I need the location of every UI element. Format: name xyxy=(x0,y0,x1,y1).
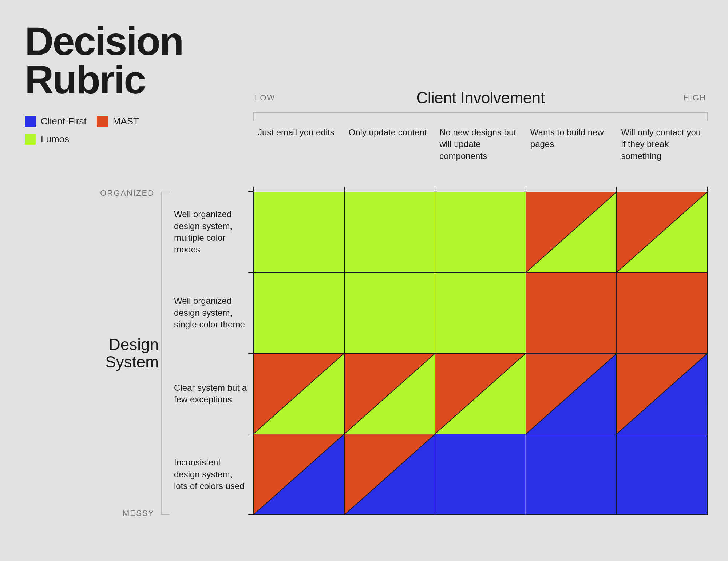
rubric-grid xyxy=(253,192,708,515)
x-axis-column-labels: Just email you edits Only update content… xyxy=(253,124,708,162)
y-row-0: Well organized design system, multiple c… xyxy=(174,192,250,272)
grid-cell xyxy=(253,272,344,353)
y-axis-bracket xyxy=(161,192,170,515)
axis-tick xyxy=(435,187,435,192)
y-axis: Design System xyxy=(93,192,159,515)
axis-tick xyxy=(248,191,253,192)
axis-tick xyxy=(616,187,617,192)
y-axis-title-line-1: Design xyxy=(109,335,159,353)
y-axis-title: Design System xyxy=(93,336,159,371)
title-line-2: Rubric xyxy=(25,57,145,102)
x-axis-header: LOW Client Involvement HIGH xyxy=(253,89,708,112)
grid-cell xyxy=(435,192,526,272)
svg-rect-12 xyxy=(526,273,617,353)
svg-rect-11 xyxy=(435,273,526,353)
grid-cell xyxy=(526,192,617,272)
legend-label-mast: MAST xyxy=(113,116,139,127)
legend: Client-First MAST Lumos xyxy=(25,116,163,145)
y-row-1: Well organized design system, single col… xyxy=(174,272,250,353)
svg-rect-9 xyxy=(254,273,344,353)
y-row-2: Clear system but a few exceptions xyxy=(174,353,250,434)
grid-cell xyxy=(617,272,708,353)
page-title: Decision Rubric xyxy=(25,22,183,99)
legend-item-lumos: Lumos xyxy=(25,134,163,145)
svg-rect-2 xyxy=(435,192,526,272)
axis-tick xyxy=(248,353,253,354)
swatch-client-first xyxy=(25,116,36,127)
grid-cell xyxy=(344,192,435,272)
legend-item-mast: MAST xyxy=(97,116,139,127)
x-col-3: Wants to build new pages xyxy=(526,124,617,162)
svg-rect-0 xyxy=(254,192,344,272)
grid-cell xyxy=(253,192,344,272)
swatch-lumos xyxy=(25,134,36,145)
swatch-mast xyxy=(97,116,108,127)
svg-rect-35 xyxy=(435,434,526,514)
x-axis-low-label: LOW xyxy=(255,93,288,103)
grid-cell xyxy=(435,353,526,434)
y-axis-row-labels: Well organized design system, multiple c… xyxy=(174,192,250,515)
x-axis-title: Client Involvement xyxy=(288,89,673,107)
axis-tick xyxy=(248,272,253,273)
axis-tick xyxy=(526,187,526,192)
x-col-1: Only update content xyxy=(344,124,435,162)
title-line-1: Decision xyxy=(25,19,183,63)
grid-cell xyxy=(253,353,344,434)
legend-item-client-first: Client-First xyxy=(25,116,87,127)
svg-rect-13 xyxy=(617,273,707,353)
axis-tick xyxy=(248,434,253,434)
svg-rect-10 xyxy=(345,273,435,353)
grid-cell xyxy=(526,353,617,434)
grid-cell xyxy=(617,192,708,272)
y-axis-title-line-2: System xyxy=(105,353,159,371)
grid-cell xyxy=(253,434,344,515)
grid-cell xyxy=(617,353,708,434)
grid-cell xyxy=(344,353,435,434)
y-row-3: Inconsistent design system, lots of colo… xyxy=(174,434,250,515)
grid-cell xyxy=(617,434,708,515)
x-col-4: Will only contact you if they break some… xyxy=(617,124,708,162)
svg-rect-37 xyxy=(617,434,707,514)
legend-label-client-first: Client-First xyxy=(41,116,87,127)
grid-cell xyxy=(435,434,526,515)
grid-cell xyxy=(344,272,435,353)
x-col-0: Just email you edits xyxy=(253,124,344,162)
x-axis: LOW Client Involvement HIGH Just email y… xyxy=(253,89,708,162)
grid-cell xyxy=(526,434,617,515)
x-axis-bracket xyxy=(253,112,708,121)
axis-tick xyxy=(707,187,708,192)
grid-cell xyxy=(344,434,435,515)
axis-tick xyxy=(344,187,345,192)
axis-tick xyxy=(253,187,254,192)
svg-rect-36 xyxy=(526,434,617,514)
grid-cell xyxy=(526,272,617,353)
y-axis-bottom-label: MESSY xyxy=(82,509,154,518)
axis-tick xyxy=(248,514,253,515)
svg-rect-1 xyxy=(345,192,435,272)
x-col-2: No new designs but will update component… xyxy=(435,124,526,162)
grid-cell xyxy=(435,272,526,353)
legend-label-lumos: Lumos xyxy=(41,134,69,145)
x-axis-high-label: HIGH xyxy=(673,93,706,103)
